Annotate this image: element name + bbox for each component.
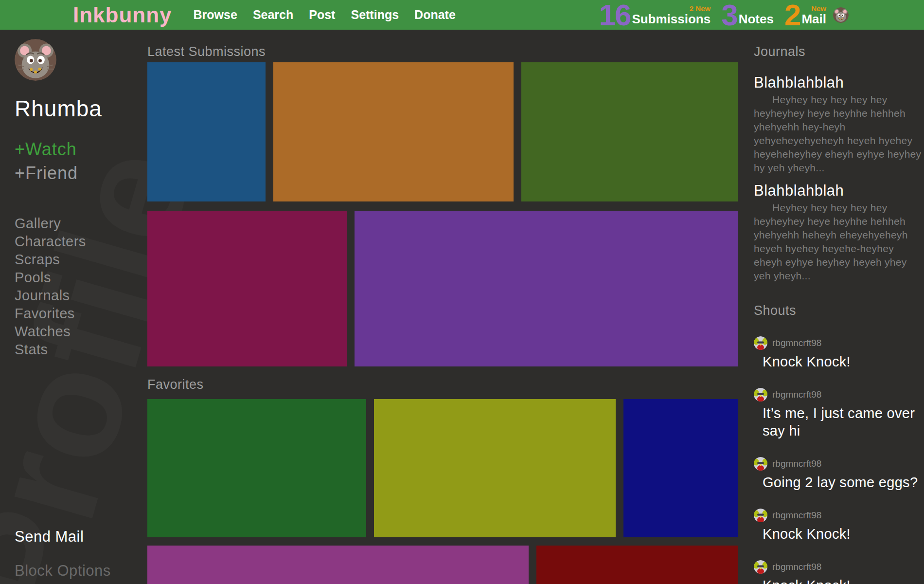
right-sidebar: Journals Blahblahblah Heyhey hey hey hey… bbox=[754, 30, 922, 584]
sidebar-item-pools[interactable]: Pools bbox=[15, 269, 146, 287]
journals-title: Journals bbox=[754, 43, 922, 60]
shout-username[interactable]: rbgmncrft98 bbox=[772, 562, 821, 572]
journal-entry: Blahblahblah Heyhey hey hey hey hey heyh… bbox=[754, 182, 922, 283]
menu-item-browse[interactable]: Browse bbox=[194, 8, 237, 22]
submission-thumbnail[interactable] bbox=[273, 62, 514, 201]
shout-entry: rbgmncrft98 Knock Knock! bbox=[754, 336, 922, 370]
send-mail-link[interactable]: Send Mail bbox=[15, 528, 84, 546]
menu-item-donate[interactable]: Donate bbox=[414, 8, 456, 22]
mail-new-badge: New bbox=[811, 4, 826, 13]
favorites-row-2 bbox=[147, 546, 738, 584]
shout-username[interactable]: rbgmncrft98 bbox=[772, 338, 821, 348]
notes-count: 3 bbox=[721, 1, 737, 29]
favorite-thumbnail[interactable] bbox=[147, 546, 529, 584]
profile-sidebar: Rhumba +Watch +Friend Gallery Characters… bbox=[0, 30, 146, 359]
main-content: Latest Submissions Favorites bbox=[147, 30, 738, 584]
sidebar-item-gallery[interactable]: Gallery bbox=[15, 215, 146, 233]
shout-username[interactable]: rbgmncrft98 bbox=[772, 458, 821, 469]
top-navbar: Inkbunny Browse Search Post Settings Don… bbox=[0, 0, 924, 30]
submissions-label: Submissions bbox=[632, 13, 711, 26]
profile-username: Rhumba bbox=[15, 95, 146, 122]
main-menu: Browse Search Post Settings Donate bbox=[194, 8, 456, 22]
shout-avatar-icon bbox=[754, 336, 767, 350]
friend-button[interactable]: +Friend bbox=[15, 163, 146, 183]
shout-avatar-icon bbox=[754, 388, 767, 402]
submissions-new-badge: 2 New bbox=[690, 4, 711, 13]
favorites-title: Favorites bbox=[147, 376, 738, 393]
latest-submissions-title: Latest Submissions bbox=[147, 43, 738, 60]
journal-entry-title[interactable]: Blahblahblah bbox=[754, 182, 922, 200]
journal-entry-body: Heyhey hey hey hey hey heyheyhey heye he… bbox=[754, 93, 922, 175]
shout-entry: rbgmncrft98 Knock Knock! bbox=[754, 560, 922, 584]
sidebar-item-favorites[interactable]: Favorites bbox=[15, 305, 146, 323]
shout-message: It’s me, I just came over say hi bbox=[754, 404, 922, 439]
sidebar-item-journals[interactable]: Journals bbox=[15, 287, 146, 305]
favorite-thumbnail[interactable] bbox=[623, 399, 738, 537]
notes-label: Notes bbox=[739, 13, 774, 26]
sidebar-item-scraps[interactable]: Scraps bbox=[15, 251, 146, 269]
shouts-title: Shouts bbox=[754, 302, 922, 319]
shout-message: Knock Knock! bbox=[754, 525, 922, 543]
submissions-counter[interactable]: 16 2 New Submissions bbox=[599, 0, 711, 30]
block-options-link[interactable]: Block Options bbox=[15, 562, 111, 580]
mail-count: 2 bbox=[784, 1, 800, 29]
journal-entry-body: Heyhey hey hey hey hey heyheyhey heye he… bbox=[754, 201, 922, 283]
shout-message: Knock Knock! bbox=[754, 577, 922, 584]
shout-avatar-icon bbox=[754, 560, 767, 574]
shout-entry: rbgmncrft98 Knock Knock! bbox=[754, 509, 922, 543]
profile-avatar-icon bbox=[15, 39, 56, 81]
menu-item-search[interactable]: Search bbox=[253, 8, 293, 22]
shout-avatar-icon bbox=[754, 509, 767, 522]
shout-username[interactable]: rbgmncrft98 bbox=[772, 389, 821, 400]
submission-thumbnail[interactable] bbox=[355, 211, 738, 366]
sidebar-item-watches[interactable]: Watches bbox=[15, 323, 146, 341]
shout-entry: rbgmncrft98 It’s me, I just came over sa… bbox=[754, 388, 922, 439]
journal-entry-title[interactable]: Blahblahblah bbox=[754, 73, 922, 92]
submission-thumbnail[interactable] bbox=[521, 62, 738, 201]
navbar-counters: 16 2 New Submissions 3 Notes 2 New Mail bbox=[588, 0, 924, 30]
shout-message: Going 2 lay some eggs? bbox=[754, 474, 922, 491]
favorites-row-1 bbox=[147, 399, 738, 537]
watch-button[interactable]: +Watch bbox=[15, 139, 146, 160]
mail-label: Mail bbox=[801, 13, 826, 26]
notes-counter[interactable]: 3 Notes bbox=[721, 0, 774, 30]
favorite-thumbnail[interactable] bbox=[374, 399, 616, 537]
inkbunny-logo[interactable]: Inkbunny bbox=[73, 0, 172, 30]
navbar-user-avatar-icon[interactable] bbox=[833, 7, 849, 23]
menu-item-settings[interactable]: Settings bbox=[351, 8, 399, 22]
shout-username[interactable]: rbgmncrft98 bbox=[772, 510, 821, 521]
shout-entry: rbgmncrft98 Going 2 lay some eggs? bbox=[754, 457, 922, 491]
journal-entry: Blahblahblah Heyhey hey hey hey hey heyh… bbox=[754, 73, 922, 175]
submission-thumbnail[interactable] bbox=[147, 62, 266, 201]
profile-nav: Gallery Characters Scraps Pools Journals… bbox=[15, 215, 146, 359]
favorite-thumbnail[interactable] bbox=[536, 546, 738, 584]
submissions-count: 16 bbox=[599, 1, 630, 29]
menu-item-post[interactable]: Post bbox=[309, 8, 335, 22]
favorite-thumbnail[interactable] bbox=[147, 399, 366, 537]
latest-submissions-row-2 bbox=[147, 211, 738, 366]
mail-counter[interactable]: 2 New Mail bbox=[784, 0, 826, 30]
sidebar-item-stats[interactable]: Stats bbox=[15, 341, 146, 359]
latest-submissions-row-1 bbox=[147, 62, 738, 201]
sidebar-item-characters[interactable]: Characters bbox=[15, 233, 146, 251]
submission-thumbnail[interactable] bbox=[147, 211, 347, 366]
shout-avatar-icon bbox=[754, 457, 767, 471]
shout-message: Knock Knock! bbox=[754, 353, 922, 370]
